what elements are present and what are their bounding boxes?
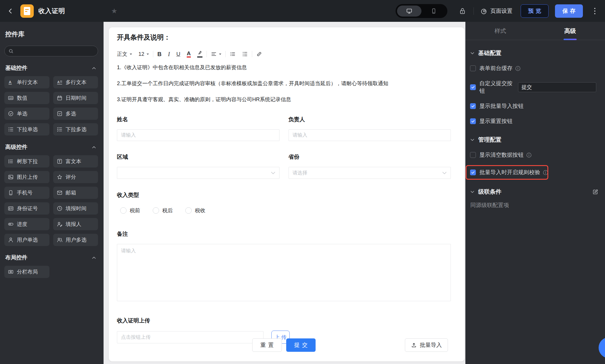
tab-style[interactable]: 样式	[465, 22, 535, 40]
font-size-dropdown[interactable]: 12	[138, 51, 149, 57]
info-icon[interactable]	[515, 66, 521, 71]
search-icon	[8, 49, 14, 54]
section-basic-widgets[interactable]: 基础控件	[4, 64, 98, 72]
save-button[interactable]: 保存	[555, 4, 583, 18]
chevron-down-icon	[130, 53, 132, 55]
radio-option-tax[interactable]: 税收	[182, 207, 205, 214]
chevron-down-icon	[470, 51, 475, 56]
italic-button[interactable]: I	[168, 51, 170, 58]
phone-icon	[8, 190, 14, 196]
show-batch-import-checkbox[interactable]	[470, 103, 476, 109]
edit-icon[interactable]	[592, 189, 599, 195]
custom-submit-checkbox[interactable]	[470, 84, 476, 90]
mobile-toggle[interactable]	[421, 6, 446, 17]
chevron-down-icon	[219, 53, 221, 55]
widget-radio[interactable]: 单选	[4, 108, 49, 120]
preview-button[interactable]: 预览	[521, 4, 549, 18]
widget-single-line-text[interactable]: A 单行文本	[4, 76, 49, 88]
tab-advanced[interactable]: 高级	[535, 22, 605, 40]
batch-import-button[interactable]: 批量导入	[405, 338, 448, 352]
kebab-menu-icon[interactable]	[590, 5, 599, 17]
widget-column-layout[interactable]: 分栏布局	[4, 266, 49, 278]
widget-multi-line-text[interactable]: A 多行文本	[53, 76, 98, 88]
widget-select-multi[interactable]: 下拉多选	[53, 123, 98, 135]
section-basic-config[interactable]: 基础配置	[470, 49, 600, 57]
province-select[interactable]: 请选择	[289, 167, 451, 179]
checkbox-icon	[57, 111, 63, 117]
align-dropdown[interactable]	[211, 51, 221, 57]
widget-search-input[interactable]	[4, 46, 98, 56]
widget-datetime[interactable]: 日期时间	[53, 92, 98, 104]
widget-fill-time[interactable]: 填报时间	[53, 202, 98, 215]
widget-progress[interactable]: 进度	[4, 218, 49, 230]
widget-image-upload[interactable]: 图片上传	[4, 171, 49, 183]
back-button[interactable]	[5, 5, 16, 17]
show-reset-checkbox[interactable]	[470, 118, 476, 124]
name-input[interactable]	[117, 129, 280, 141]
section-cascade-conditions[interactable]: 级联条件	[470, 188, 600, 196]
page-title: 收入证明	[38, 7, 65, 15]
row-show-batch-import: 显示批量导入按钮	[470, 102, 600, 110]
remark-textarea[interactable]	[117, 244, 451, 301]
section-label: 布局控件	[5, 254, 27, 261]
widget-fill-person[interactable]: 填报人	[53, 218, 98, 230]
show-clear-data-checkbox[interactable]	[470, 152, 476, 158]
topbar: 收入证明 ★ 页面设置 预览 保存	[0, 0, 605, 22]
device-toggle[interactable]	[396, 4, 447, 18]
province-label: 省份	[289, 153, 451, 161]
notice-line-2: 2.工单提交一个工作日内完成证明内容审核（非标准模板或加盖公章需求，开具时间适当…	[117, 81, 451, 86]
widget-rich-text[interactable]: T 富文本	[53, 155, 98, 167]
widget-id-card[interactable]: 身份证号	[4, 202, 49, 215]
star-icon[interactable]: ★	[111, 7, 118, 15]
widget-select-single[interactable]: 下拉单选	[4, 123, 49, 135]
bold-button[interactable]: B	[157, 51, 161, 58]
desktop-toggle[interactable]	[397, 6, 421, 17]
page-settings-button[interactable]: 页面设置	[481, 7, 513, 15]
chevron-down-icon	[470, 138, 475, 142]
link-button[interactable]	[256, 51, 262, 57]
info-icon[interactable]	[543, 170, 548, 175]
widget-number[interactable]: 123 数值	[4, 92, 49, 104]
underline-button[interactable]: U	[176, 51, 180, 57]
paragraph-style-dropdown[interactable]: 正文	[117, 51, 132, 58]
widget-checkbox[interactable]: 多选	[53, 108, 98, 120]
region-select[interactable]	[117, 167, 280, 179]
topbar-divider	[474, 7, 474, 15]
chevron-down-icon	[271, 172, 275, 174]
progress-icon	[8, 221, 14, 227]
link-icon	[256, 51, 262, 57]
settings-body: 基础配置 表单前台缓存 自定义提交按钮 显示批量导入按钮 显示重置按钮	[465, 49, 605, 209]
section-advanced-widgets[interactable]: 高级控件	[4, 143, 98, 151]
section-label: 高级控件	[5, 143, 27, 151]
section-manage-config[interactable]: 管理配置	[470, 136, 600, 144]
reset-button[interactable]: 重置	[252, 338, 282, 352]
field-remark: 备注	[117, 230, 451, 302]
id-card-icon	[8, 206, 14, 211]
widget-rating[interactable]: 评分	[53, 171, 98, 183]
widget-user-single[interactable]: 用户单选	[4, 234, 49, 246]
submit-button[interactable]: 提交	[286, 338, 316, 352]
info-icon[interactable]	[526, 152, 532, 158]
section-label: 基础控件	[5, 64, 27, 72]
notice-line-1: 1.《收入证明》中包含在职相关信息及已发放的薪资信息	[117, 65, 451, 70]
field-region: 区域	[117, 153, 280, 179]
highlight-color-button[interactable]	[197, 51, 202, 58]
bullet-list-button[interactable]	[230, 51, 236, 57]
widget-user-multi[interactable]: 用户多选	[53, 234, 98, 246]
owner-input[interactable]	[289, 129, 451, 141]
import-upload-icon	[411, 342, 417, 348]
font-color-button[interactable]: A	[187, 51, 191, 58]
radio-option-post-tax[interactable]: 税后	[150, 207, 173, 214]
widget-email[interactable]: 邮箱	[53, 187, 98, 199]
lock-button[interactable]	[458, 7, 467, 15]
svg-text:A: A	[9, 80, 12, 84]
custom-submit-text-input[interactable]	[518, 82, 596, 92]
widget-tree-select[interactable]: 树形下拉	[4, 155, 49, 167]
widget-phone[interactable]: 手机号	[4, 187, 49, 199]
svg-text:123: 123	[9, 97, 13, 99]
radio-option-pre-tax[interactable]: 税前	[117, 207, 140, 214]
ordered-list-button[interactable]	[242, 51, 248, 57]
section-layout-widgets[interactable]: 布局控件	[4, 254, 98, 261]
batch-import-validation-checkbox[interactable]	[470, 169, 476, 175]
form-cache-checkbox[interactable]	[470, 65, 476, 71]
